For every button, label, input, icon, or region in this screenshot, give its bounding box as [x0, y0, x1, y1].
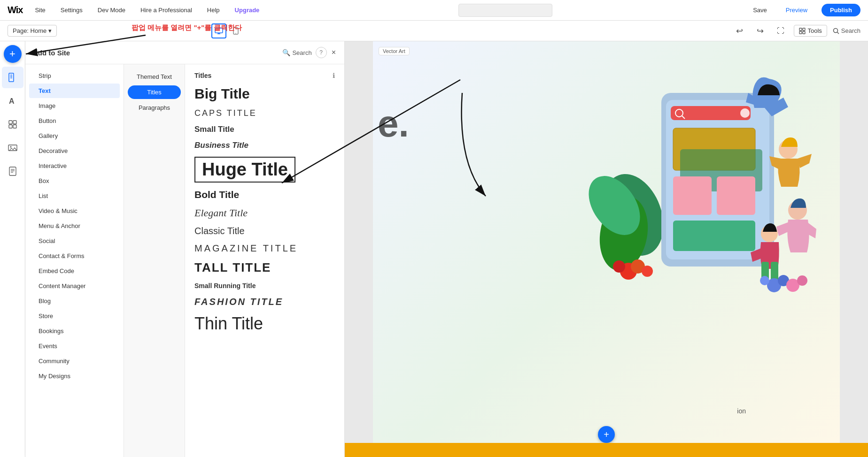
sub-tab-titles[interactable]: Titles: [128, 85, 181, 99]
svg-point-35: [740, 108, 750, 118]
elegant-title-text: Elegant Title: [194, 207, 248, 219]
big-title-text: Big Title: [194, 86, 250, 101]
huge-title-text: Huge Title: [194, 157, 295, 183]
title-elegant-title[interactable]: Elegant Title: [194, 207, 335, 219]
add-panel: Add to Site 🔍 Search ? × Strip Text Imag…: [25, 41, 345, 457]
sidebar-item-media[interactable]: [2, 137, 23, 159]
publish-button[interactable]: Publish: [822, 4, 860, 16]
nav-settings[interactable]: Settings: [58, 5, 85, 15]
save-button[interactable]: Save: [748, 5, 772, 15]
canvas-ion-text: ion: [737, 407, 746, 415]
redo-button[interactable]: ↪: [752, 23, 767, 38]
title-thin-title[interactable]: Thin Title: [194, 314, 335, 334]
icon-sidebar: + A: [0, 41, 25, 457]
canvas-image-area: Vector Art e. ion: [373, 41, 840, 457]
sidebar-item-apps[interactable]: [2, 114, 23, 135]
category-decorative[interactable]: Decorative: [29, 144, 120, 158]
svg-point-9: [833, 28, 837, 32]
category-video-music[interactable]: Video & Music: [29, 204, 120, 218]
category-image[interactable]: Image: [29, 99, 120, 113]
svg-rect-18: [9, 125, 12, 128]
tools-label: Tools: [807, 27, 822, 34]
page-label: Page: Home: [13, 27, 46, 34]
svg-rect-11: [9, 73, 14, 82]
canvas-add-button[interactable]: +: [598, 426, 615, 443]
svg-text:A: A: [9, 97, 15, 105]
title-fashion-title[interactable]: FASHION TITLE: [194, 297, 335, 307]
svg-rect-39: [673, 176, 712, 215]
titles-content: Titles ℹ Big Title CAPS TITLE Small Titl…: [185, 64, 344, 457]
category-text[interactable]: Text: [29, 84, 120, 98]
svg-point-56: [797, 275, 807, 286]
canvas-illustration: [586, 55, 830, 299]
sidebar-item-text[interactable]: A: [2, 90, 23, 112]
nav-help[interactable]: Help: [204, 5, 223, 15]
nav-devmode[interactable]: Dev Mode: [95, 5, 128, 15]
svg-point-50: [613, 260, 625, 273]
title-classic-title[interactable]: Classic Title: [194, 226, 335, 236]
category-blog[interactable]: Blog: [29, 294, 120, 308]
second-toolbar: Page: Home ▾ 팝업 메뉴를 열려면 "+"를 클릭한다 ↩ ↪ ⛶ …: [0, 21, 868, 41]
fashion-title-text: FASHION TITLE: [194, 297, 283, 307]
desktop-view-btn[interactable]: [211, 23, 226, 38]
category-strip[interactable]: Strip: [29, 69, 120, 83]
category-my-designs[interactable]: My Designs: [29, 369, 120, 383]
category-list[interactable]: List: [29, 189, 120, 203]
undo-button[interactable]: ↩: [732, 23, 747, 38]
preview-button[interactable]: Preview: [781, 5, 812, 15]
panel-help-button[interactable]: ?: [316, 47, 327, 58]
svg-rect-16: [9, 121, 12, 124]
category-events[interactable]: Events: [29, 339, 120, 353]
title-magazine-title[interactable]: MAGAZINE TITLE: [194, 243, 335, 254]
title-business-title[interactable]: Business Title: [194, 141, 335, 150]
sub-tab-themed-text[interactable]: Themed Text: [128, 70, 181, 84]
vector-art-label: Vector Art: [379, 47, 410, 55]
nav-site[interactable]: Site: [32, 5, 48, 15]
panel-search-button[interactable]: 🔍 Search: [282, 49, 311, 56]
top-search-input[interactable]: Search: [833, 27, 860, 34]
category-store[interactable]: Store: [29, 309, 120, 323]
panel-body: Strip Text Image Button Gallery Decorati…: [25, 64, 344, 457]
panel-close-button[interactable]: ×: [331, 47, 337, 58]
title-bold-title[interactable]: Bold Title: [194, 189, 335, 200]
fullscreen-button[interactable]: ⛶: [773, 23, 788, 38]
category-interactive[interactable]: Interactive: [29, 159, 120, 173]
sidebar-item-blog[interactable]: [2, 160, 23, 182]
canvas-inner: Vector Art e. ion: [373, 41, 840, 457]
tools-button[interactable]: Tools: [794, 25, 827, 37]
category-social[interactable]: Social: [29, 234, 120, 248]
svg-rect-5: [799, 28, 802, 30]
sub-tab-paragraphs[interactable]: Paragraphs: [128, 101, 181, 114]
category-contact-forms[interactable]: Contact & Forms: [29, 249, 120, 263]
search-icon: 🔍: [282, 49, 290, 56]
title-small-running[interactable]: Small Running Title: [194, 282, 335, 290]
title-huge-title[interactable]: Huge Title: [194, 157, 335, 183]
svg-point-51: [642, 266, 653, 277]
toolbar-search-label: Search: [841, 27, 860, 34]
svg-point-54: [760, 276, 769, 285]
small-title-text: Small Title: [194, 125, 234, 134]
category-community[interactable]: Community: [29, 354, 120, 368]
category-bookings[interactable]: Bookings: [29, 324, 120, 338]
category-gallery[interactable]: Gallery: [29, 129, 120, 143]
title-tall-title[interactable]: TALL TITLE: [194, 260, 335, 275]
title-caps-title[interactable]: CAPS TITLE: [194, 108, 335, 118]
category-button[interactable]: Button: [29, 114, 120, 128]
mobile-view-btn[interactable]: [228, 23, 243, 38]
category-embed-code[interactable]: Embed Code: [29, 264, 120, 278]
search-center-input[interactable]: [458, 4, 552, 17]
add-button[interactable]: +: [4, 45, 22, 63]
titles-info-button[interactable]: ℹ: [333, 72, 335, 79]
category-box[interactable]: Box: [29, 174, 120, 188]
sidebar-item-pages[interactable]: [2, 67, 23, 88]
svg-rect-47: [771, 262, 778, 281]
category-content-manager[interactable]: Content Manager: [29, 279, 120, 293]
svg-line-10: [837, 32, 839, 34]
nav-upgrade[interactable]: Upgrade: [232, 5, 263, 15]
svg-rect-19: [13, 125, 16, 128]
nav-hire[interactable]: Hire a Professional: [138, 5, 195, 15]
title-big-title[interactable]: Big Title: [194, 86, 335, 102]
category-menu-anchor[interactable]: Menu & Anchor: [29, 219, 120, 233]
title-small-title[interactable]: Small Title: [194, 125, 335, 134]
page-selector[interactable]: Page: Home ▾: [8, 25, 57, 37]
